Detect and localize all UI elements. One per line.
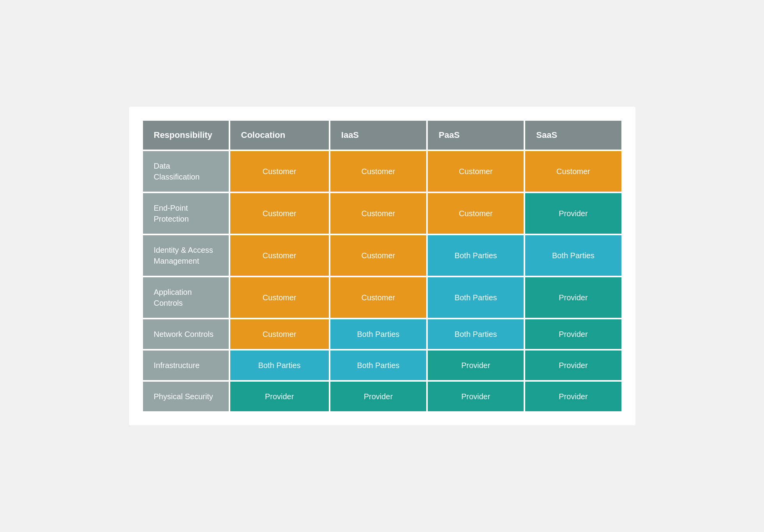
cell-row4-col3: Provider [525,319,621,349]
cell-row4-col2: Both Parties [428,319,524,349]
table-row: Identity & Access ManagementCustomerCust… [143,235,621,276]
cell-row5-col0: Both Parties [230,351,329,380]
table-row: Network ControlsCustomerBoth PartiesBoth… [143,319,621,349]
header-paas: PaaS [428,121,524,150]
cell-row0-col0: Customer [230,151,329,192]
row-label-5: Infrastructure [143,351,229,380]
row-label-1: End-Point Protection [143,193,229,234]
cell-row3-col2: Both Parties [428,277,524,318]
header-row: ResponsibilityColocationIaaSPaaSSaaS [143,121,621,150]
header-colocation: Colocation [230,121,329,150]
table-row: Data ClassificationCustomerCustomerCusto… [143,151,621,192]
cell-row1-col2: Customer [428,193,524,234]
cell-row1-col3: Provider [525,193,621,234]
cell-row6-col2: Provider [428,382,524,411]
cell-row0-col3: Customer [525,151,621,192]
cell-row2-col0: Customer [230,235,329,276]
table-row: End-Point ProtectionCustomerCustomerCust… [143,193,621,234]
cell-row1-col1: Customer [330,193,426,234]
header-responsibility: Responsibility [143,121,229,150]
table-row: InfrastructureBoth PartiesBoth PartiesPr… [143,351,621,380]
row-label-4: Network Controls [143,319,229,349]
cell-row5-col3: Provider [525,351,621,380]
table-row: Physical SecurityProviderProviderProvide… [143,382,621,411]
table-body: Data ClassificationCustomerCustomerCusto… [143,151,621,411]
cell-row1-col0: Customer [230,193,329,234]
row-label-0: Data Classification [143,151,229,192]
cell-row0-col1: Customer [330,151,426,192]
header-iaas: IaaS [330,121,426,150]
table-wrapper: ResponsibilityColocationIaaSPaaSSaaS Dat… [129,107,635,425]
table-row: Application ControlsCustomerCustomerBoth… [143,277,621,318]
cell-row4-col1: Both Parties [330,319,426,349]
row-label-6: Physical Security [143,382,229,411]
cell-row5-col2: Provider [428,351,524,380]
cell-row2-col2: Both Parties [428,235,524,276]
cell-row2-col3: Both Parties [525,235,621,276]
header-saas: SaaS [525,121,621,150]
row-label-2: Identity & Access Management [143,235,229,276]
cell-row3-col1: Customer [330,277,426,318]
cell-row6-col3: Provider [525,382,621,411]
cell-row2-col1: Customer [330,235,426,276]
row-label-3: Application Controls [143,277,229,318]
cell-row5-col1: Both Parties [330,351,426,380]
cell-row0-col2: Customer [428,151,524,192]
responsibility-table: ResponsibilityColocationIaaSPaaSSaaS Dat… [141,119,623,413]
cell-row3-col3: Provider [525,277,621,318]
cell-row6-col0: Provider [230,382,329,411]
cell-row4-col0: Customer [230,319,329,349]
cell-row6-col1: Provider [330,382,426,411]
cell-row3-col0: Customer [230,277,329,318]
